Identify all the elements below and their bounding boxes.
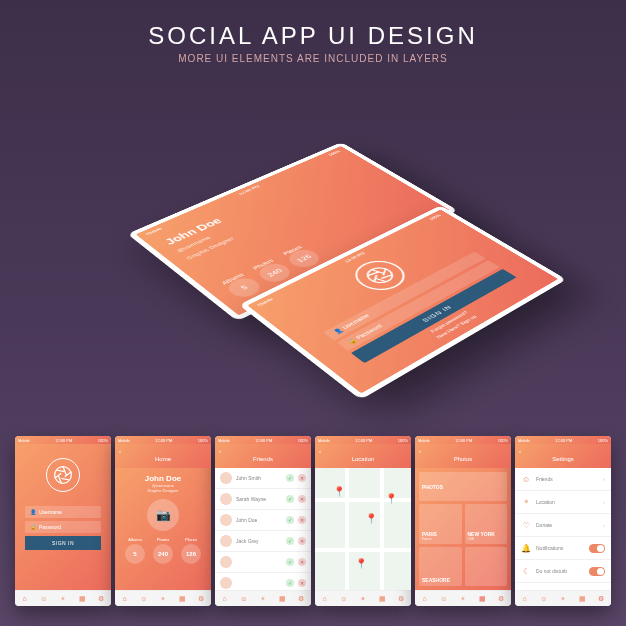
nav-friends-icon[interactable]: ☺	[239, 594, 249, 604]
nav-location-icon[interactable]: ⌖	[258, 594, 268, 604]
nav-friends-icon[interactable]: ☺	[339, 594, 349, 604]
signin-button[interactable]: SIGN IN	[25, 536, 101, 550]
friend-row[interactable]: ✓✕	[215, 573, 311, 590]
nav-friends-icon[interactable]: ☺	[39, 594, 49, 604]
friend-row[interactable]: John Doe✓✕	[215, 510, 311, 531]
photo-tile[interactable]: NEW YORKUSA	[465, 504, 508, 543]
map-pin-icon[interactable]: 📍	[365, 513, 375, 523]
decline-icon[interactable]: ✕	[298, 579, 306, 587]
photo-tile[interactable]: PHOTOS	[419, 472, 507, 501]
screen-header: ‹Photos	[415, 444, 511, 468]
map-pin-icon[interactable]: 📍	[333, 486, 343, 496]
nav-photos-icon[interactable]: ▦	[277, 594, 287, 604]
friend-row[interactable]: John Smith✓✕	[215, 468, 311, 489]
friend-row[interactable]: Jack Grey✓✕	[215, 531, 311, 552]
toggle-switch[interactable]	[589, 544, 605, 553]
accept-icon[interactable]: ✓	[286, 579, 294, 587]
nav-photos-icon[interactable]: ▦	[477, 594, 487, 604]
map-pin-icon[interactable]: 📍	[355, 558, 365, 568]
back-icon[interactable]: ‹	[319, 448, 321, 454]
stat-albums[interactable]: Albums5	[125, 537, 145, 566]
nav-friends-icon[interactable]: ☺	[439, 594, 449, 604]
photos-grid: PHOTOS PARISFrance NEW YORKUSA SEASHORE	[415, 468, 511, 590]
nav-home-icon[interactable]: ⌂	[120, 594, 130, 604]
screen-login: Mobile12:00 PM100% 👤 Username 🔒 Password…	[15, 436, 111, 606]
screen-profile: Mobile12:00 PM100% ‹Home John Doe @usern…	[115, 436, 211, 606]
nav-photos-icon[interactable]: ▦	[577, 594, 587, 604]
avatar-icon	[220, 493, 232, 505]
nav-settings-icon[interactable]: ⚙	[196, 594, 206, 604]
status-bar: Mobile12:00 PM100%	[215, 436, 311, 444]
back-icon[interactable]: ‹	[519, 448, 521, 454]
settings-row-location[interactable]: ⌖Location›	[515, 491, 611, 514]
nav-home-icon[interactable]: ⌂	[220, 594, 230, 604]
back-icon[interactable]: ‹	[119, 448, 121, 454]
accept-icon[interactable]: ✓	[286, 558, 294, 566]
nav-home-icon[interactable]: ⌂	[320, 594, 330, 604]
nav-photos-icon[interactable]: ▦	[177, 594, 187, 604]
settings-row-dnd[interactable]: ☾Do not disturb	[515, 560, 611, 583]
carrier-label: Mobile	[256, 297, 274, 307]
nav-photos-icon[interactable]: ▦	[377, 594, 387, 604]
nav-location-icon[interactable]: ⌖	[358, 594, 368, 604]
status-bar: Mobile12:00 PM100%	[15, 436, 111, 444]
username-input[interactable]: 👤 Username	[25, 506, 101, 518]
password-input[interactable]: 🔒 Password	[25, 521, 101, 533]
decline-icon[interactable]: ✕	[298, 516, 306, 524]
nav-settings-icon[interactable]: ⚙	[496, 594, 506, 604]
bottom-nav: ⌂☺⌖▦⚙	[15, 590, 111, 606]
status-bar: Mobile12:00 PM100%	[115, 436, 211, 444]
stat-places[interactable]: Places126	[181, 537, 201, 566]
nav-friends-icon[interactable]: ☺	[139, 594, 149, 604]
friend-row[interactable]: ✓✕	[215, 552, 311, 573]
map-view[interactable]: 📍 📍 📍 📍	[315, 468, 411, 590]
nav-location-icon[interactable]: ⌖	[458, 594, 468, 604]
donate-icon: ♡	[521, 520, 531, 530]
aperture-icon	[46, 458, 80, 492]
decline-icon[interactable]: ✕	[298, 495, 306, 503]
nav-location-icon[interactable]: ⌖	[158, 594, 168, 604]
settings-row-donate[interactable]: ♡Donate›	[515, 514, 611, 537]
avatar-icon	[220, 514, 232, 526]
map-pin-icon[interactable]: 📍	[385, 493, 395, 503]
back-icon[interactable]: ‹	[219, 448, 221, 454]
nav-settings-icon[interactable]: ⚙	[96, 594, 106, 604]
friend-row[interactable]: Sarah Wayne✓✕	[215, 489, 311, 510]
avatar-icon	[220, 535, 232, 547]
decline-icon[interactable]: ✕	[298, 558, 306, 566]
nav-settings-icon[interactable]: ⚙	[296, 594, 306, 604]
chevron-right-icon: ›	[603, 476, 605, 482]
decline-icon[interactable]: ✕	[298, 474, 306, 482]
accept-icon[interactable]: ✓	[286, 495, 294, 503]
nav-settings-icon[interactable]: ⚙	[396, 594, 406, 604]
profile-stats: Albums5 Photos240 Places126	[121, 537, 205, 566]
profile-role: Graphic Designer	[185, 236, 235, 260]
toggle-switch[interactable]	[589, 567, 605, 576]
nav-friends-icon[interactable]: ☺	[539, 594, 549, 604]
accept-icon[interactable]: ✓	[286, 474, 294, 482]
accept-icon[interactable]: ✓	[286, 516, 294, 524]
settings-row-notifications[interactable]: 🔔Notifications	[515, 537, 611, 560]
screen-title: Photos	[454, 456, 473, 462]
status-bar: Mobile12:00 PM100%	[315, 436, 411, 444]
nav-home-icon[interactable]: ⌂	[20, 594, 30, 604]
photo-tile[interactable]	[465, 547, 508, 586]
accept-icon[interactable]: ✓	[286, 537, 294, 545]
page-header: SOCIAL APP UI DESIGN MORE UI ELEMENTS AR…	[0, 0, 626, 72]
nav-location-icon[interactable]: ⌖	[558, 594, 568, 604]
screen-header: ‹Friends	[215, 444, 311, 468]
nav-home-icon[interactable]: ⌂	[520, 594, 530, 604]
nav-home-icon[interactable]: ⌂	[420, 594, 430, 604]
settings-row-friends[interactable]: ☺Friends›	[515, 468, 611, 491]
stat-photos[interactable]: Photos240	[153, 537, 173, 566]
nav-photos-icon[interactable]: ▦	[77, 594, 87, 604]
nav-location-icon[interactable]: ⌖	[58, 594, 68, 604]
decline-icon[interactable]: ✕	[298, 537, 306, 545]
login-body: 👤 Username 🔒 Password SIGN IN	[15, 444, 111, 590]
camera-icon[interactable]: 📷	[147, 499, 179, 531]
photo-tile[interactable]: SEASHORE	[419, 547, 462, 586]
photo-tile[interactable]: PARISFrance	[419, 504, 462, 543]
nav-settings-icon[interactable]: ⚙	[596, 594, 606, 604]
back-icon[interactable]: ‹	[419, 448, 421, 454]
status-bar: Mobile12:00 PM100%	[515, 436, 611, 444]
